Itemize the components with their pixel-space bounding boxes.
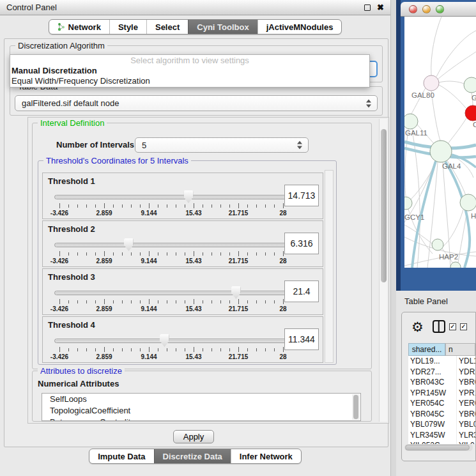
network-node-label: GA — [472, 94, 476, 102]
tab-jactivemnodules[interactable]: jActiveMNodules — [257, 20, 342, 34]
slider-thumb[interactable] — [160, 334, 169, 347]
tab-cyni-toolbox[interactable]: Cyni Toolbox — [188, 20, 257, 34]
table-cell: YBR043C — [408, 377, 457, 388]
threshold-panel: Threshold 1 -3.4262.8599.14415.4321.7152… — [42, 173, 323, 219]
algorithm-option[interactable]: Equal Width/Frequency Discretization — [10, 76, 369, 86]
checkbox-checked-icon[interactable]: ✓ — [460, 323, 467, 330]
right-column: GAL80GACGAL11GAL4GCY1HHAP2 Table Panel ⚙… — [396, 0, 476, 476]
table-row[interactable]: YER054CYER0 — [408, 398, 475, 409]
node-table[interactable]: shared...n YDL19...YDL1YDR27...YDR2YBR04… — [408, 343, 475, 444]
checkbox-checked-icon[interactable]: ✓ — [449, 323, 456, 330]
algorithm-placeholder: Select algorithm to view settings — [10, 56, 369, 66]
slider-thumb[interactable] — [184, 190, 194, 203]
table-cell: YDR27... — [408, 367, 457, 378]
network-node[interactable] — [424, 75, 439, 91]
table-cell: YER054C — [408, 398, 457, 409]
interval-definition-group: Interval Definition Number of Intervals … — [32, 123, 372, 369]
zoom-light[interactable] — [436, 5, 444, 13]
table-cell: YBR0 — [457, 377, 475, 388]
threshold-value-box[interactable]: 6.316 — [284, 233, 319, 254]
threshold-label: Threshold 2 — [48, 224, 95, 234]
vertical-scrollbar[interactable] — [379, 119, 387, 422]
float-icon[interactable] — [364, 4, 371, 11]
attribute-list-item[interactable]: BetweennessCentrality — [42, 417, 360, 421]
table-row[interactable]: YBR043CYBR0 — [408, 377, 475, 388]
control-panel-titlebar: Control Panel ✖ — [0, 0, 390, 15]
tab-style[interactable]: Style — [109, 20, 146, 34]
interval-definition-title: Interval Definition — [38, 118, 107, 128]
network-window-titlebar[interactable] — [401, 2, 476, 17]
horizontal-scrollbar[interactable] — [404, 444, 473, 451]
threshold-slider[interactable]: -3.4262.8599.14415.4321.71528 — [54, 286, 288, 314]
thresholds-scrollbar[interactable] — [325, 170, 334, 363]
threshold-label: Threshold 1 — [48, 176, 95, 186]
table-row[interactable]: YDL19...YDL1 — [408, 356, 475, 367]
attribute-list-item[interactable]: TopologicalCoefficient — [42, 405, 360, 417]
table-panel-title: Table Panel — [404, 296, 448, 306]
threshold-slider[interactable]: -3.4262.8599.14415.4321.71528 — [54, 190, 288, 218]
attributes-scrollbar[interactable] — [352, 394, 360, 420]
threshold-panel: Threshold 3 -3.4262.8599.14415.4321.7152… — [42, 268, 323, 315]
threshold-slider[interactable]: -3.4262.8599.14415.4321.71528 — [54, 238, 288, 266]
algorithm-dropdown-popup: Select algorithm to view settings Manual… — [10, 54, 370, 88]
network-node[interactable] — [465, 105, 476, 121]
attributes-group-title: Attributes to discretize — [38, 366, 125, 376]
scrollbar-thumb[interactable] — [353, 395, 358, 419]
table-cell: YBL079W — [408, 419, 457, 430]
table-row[interactable]: YDR27...YDR2 — [408, 367, 475, 378]
threshold-label: Threshold 4 — [48, 320, 95, 330]
threshold-value-box[interactable]: 21.4 — [284, 280, 319, 302]
network-node[interactable] — [450, 262, 461, 268]
network-node[interactable] — [404, 197, 412, 210]
network-node-label: H — [471, 212, 476, 220]
scrollbar-thumb[interactable] — [405, 445, 470, 450]
settings-scroll-panel: Interval Definition Number of Intervals … — [27, 117, 389, 424]
table-row[interactable]: YLR345WYLR3 — [408, 430, 475, 441]
tab-select[interactable]: Select — [146, 20, 188, 34]
apply-button[interactable]: Apply — [173, 430, 214, 443]
numerical-attributes-list[interactable]: SelfLoopsTopologicalCoefficientBetweenne… — [42, 393, 361, 421]
table-row[interactable]: YPR145WYPR1 — [408, 388, 475, 399]
network-canvas[interactable]: GAL80GACGAL11GAL4GCY1HHAP2 — [404, 17, 476, 268]
table-cell: YDL1 — [457, 356, 475, 367]
stepper-icon — [297, 141, 302, 150]
network-node[interactable] — [404, 114, 418, 129]
bottom-tab-discretize-data[interactable]: Discretize Data — [154, 449, 231, 463]
table-row[interactable]: YBL079WYBL0 — [408, 419, 475, 430]
table-cell: YPR145W — [408, 388, 457, 399]
thresholds-group-title: Threshold's Coordinates for 5 Intervals — [43, 156, 191, 165]
numerical-attributes-label: Numerical Attributes — [38, 379, 119, 388]
table-panel-window: ⚙✓✓ shared...n YDL19...YDL1YDR27...YDR2Y… — [401, 312, 476, 461]
network-node-label: GCY1 — [404, 213, 424, 221]
attributes-group: Attributes to discretize Numerical Attri… — [32, 371, 372, 422]
network-node[interactable] — [430, 141, 452, 162]
number-of-intervals-combo[interactable]: 5 — [135, 137, 309, 153]
table-row[interactable]: YBR045CYBR0 — [408, 409, 475, 420]
column-header[interactable]: shared... — [408, 343, 445, 356]
gear-icon[interactable]: ⚙ — [411, 320, 424, 334]
threshold-slider[interactable]: -3.4262.8599.14415.4321.71528 — [54, 334, 288, 362]
attribute-list-item[interactable]: SelfLoops — [42, 394, 360, 405]
network-icon — [58, 22, 65, 31]
scrollbar-thumb[interactable] — [381, 129, 387, 282]
algorithm-option[interactable]: Manual Discretization — [10, 66, 369, 76]
slider-thumb[interactable] — [231, 286, 241, 299]
tab-network[interactable]: Network — [49, 20, 109, 34]
network-node[interactable] — [464, 77, 476, 93]
bottom-tab-infer-network[interactable]: Infer Network — [231, 449, 301, 463]
network-node-label: C — [473, 121, 476, 128]
network-view-window: GAL80GACGAL11GAL4GCY1HHAP2 — [396, 0, 476, 291]
network-node[interactable] — [432, 239, 443, 250]
threshold-label: Threshold 3 — [48, 272, 95, 282]
close-icon[interactable]: ✖ — [377, 4, 384, 12]
close-light[interactable] — [409, 5, 417, 13]
bottom-tab-impute-data[interactable]: Impute Data — [89, 449, 153, 463]
table-data-combo[interactable]: galFiltered.sif default node — [15, 95, 378, 111]
split-view-icon[interactable] — [433, 320, 445, 333]
column-header[interactable]: n — [445, 343, 475, 356]
threshold-value-box[interactable]: 11.344 — [284, 328, 319, 350]
minimize-light[interactable] — [422, 5, 431, 13]
threshold-value-box[interactable]: 14.713 — [284, 185, 319, 206]
slider-thumb[interactable] — [124, 238, 134, 251]
network-node[interactable] — [460, 194, 476, 211]
